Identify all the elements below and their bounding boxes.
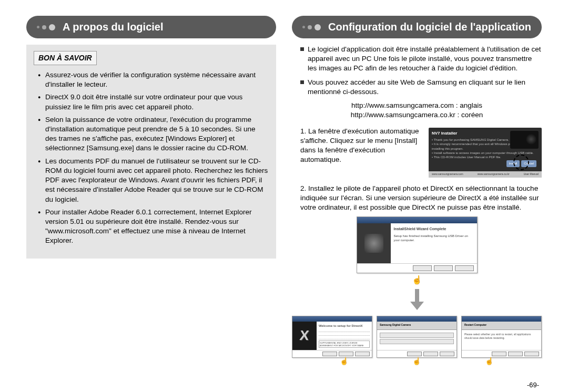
- radio-option[interactable]: [380, 333, 454, 338]
- heading-dots-icon: [37, 24, 55, 30]
- step-1-body: La fenêtre d'exécution automatique s'aff…: [300, 127, 419, 164]
- wizard-titlebar: [357, 217, 477, 223]
- camera-lens-icon: [526, 134, 536, 145]
- svg-rect-0: [415, 289, 419, 302]
- directx-license-box: SUPPLEMENTAL END USER LICENSE AGREEMENT …: [319, 341, 370, 348]
- cd-icon: [364, 234, 383, 253]
- pointer-hand-icon: ☝: [292, 274, 542, 286]
- svg-marker-1: [410, 302, 424, 310]
- restart-screenshot: Restart Computer Please select whether y…: [461, 316, 542, 358]
- right-body: Le logiciel d'application doit être inst…: [292, 45, 542, 366]
- step-1: 1. La fenêtre d'exécution automatique s'…: [292, 127, 542, 178]
- mini-back-button[interactable]: [492, 352, 506, 356]
- mini-button-row: [292, 350, 372, 357]
- wizard-trio: X Welcome to setup for DirectX SUPPLEMEN…: [292, 316, 542, 358]
- middle-wizard-screenshot: Samsung Digital Camera: [377, 316, 457, 358]
- pointer-hand-icon: ☝: [340, 357, 349, 366]
- right-heading: Configuration du logiciel de l'applicati…: [328, 21, 531, 33]
- info-item: Selon la puissance de votre ordinateur, …: [38, 115, 269, 153]
- infobox: BON À SAVOIR Assurez-vous de vérifier la…: [26, 45, 276, 259]
- mini-cancel-button[interactable]: [440, 352, 454, 356]
- infobox-title: BON À SAVOIR: [34, 51, 97, 65]
- directx-screenshot: X Welcome to setup for DirectX SUPPLEMEN…: [292, 316, 372, 358]
- mini-button-row: [462, 350, 541, 357]
- pointer-hand-icon: ☝: [412, 357, 421, 366]
- footer-link-kr: www.samsungcamera.co.kr: [478, 172, 510, 177]
- directx-side-graphic: X: [292, 322, 317, 350]
- left-heading-tab: A propos du logiciel: [26, 16, 276, 38]
- footer-manual: User Manual: [524, 172, 539, 177]
- step-1-number: 1.: [300, 127, 306, 135]
- wizard-body-text: Setup has finished installing Samsung US…: [394, 234, 474, 242]
- radio-option[interactable]: [380, 339, 454, 344]
- info-item: Pour installer Adobe Reader 6.0.1 correc…: [38, 208, 269, 246]
- mini-next-button[interactable]: [423, 352, 438, 356]
- directx-x-icon: X: [299, 326, 310, 345]
- page-number: -69-: [527, 381, 539, 389]
- mini-titlebar: [377, 316, 457, 322]
- url-en: http://www.samsungcamera.com : anglais: [292, 101, 542, 110]
- mini-cancel-button[interactable]: [355, 352, 370, 356]
- wizard-finish-button[interactable]: [434, 265, 453, 271]
- info-item: DirectX 9.0 doit être installé sur votre…: [38, 92, 269, 111]
- step-2: 2. Installez le pilote de l'appareil pho…: [292, 184, 542, 213]
- installer-screenshot: NV7 Installer • Thank you for purchasing…: [429, 128, 542, 178]
- mini-back-button[interactable]: [322, 352, 337, 356]
- installer-footer: www.samsungcamera.com www.samsungcamera.…: [429, 171, 542, 178]
- mini-next-button[interactable]: [339, 352, 353, 356]
- wizard-window: InstallShield Wizard Complete Setup has …: [357, 216, 478, 273]
- wizard-button-row: [357, 263, 477, 273]
- arrow-down-icon: [292, 289, 542, 313]
- left-column: A propos du logiciel BON À SAVOIR Assure…: [26, 16, 276, 387]
- footer-link-en: www.samsungcamera.com: [432, 172, 463, 177]
- middle-header: Samsung Digital Camera: [377, 322, 457, 330]
- mini-titlebar: [462, 316, 541, 322]
- directx-body-lines: [319, 329, 370, 339]
- directx-content: Welcome to setup for DirectX SUPPLEMENTA…: [317, 322, 372, 350]
- wizard-side-graphic: [357, 223, 391, 263]
- left-heading: A propos du logiciel: [63, 21, 163, 33]
- info-item: Les documents PDF du manuel de l'utilisa…: [38, 157, 269, 204]
- step-2-number: 2.: [300, 184, 306, 192]
- right-heading-tab: Configuration du logiciel de l'applicati…: [292, 16, 542, 38]
- url-kr: http://www.samsungcamera.co.kr : coréen: [292, 110, 542, 120]
- middle-body: [377, 330, 457, 350]
- mini-cancel-button[interactable]: [524, 352, 539, 356]
- restart-header: Restart Computer: [462, 322, 541, 330]
- info-item: Assurez-vous de vérifier la configuratio…: [38, 70, 269, 89]
- intro-item: Le logiciel d'application doit être inst…: [300, 45, 542, 74]
- restart-body: Please select whether you wish to restar…: [462, 330, 541, 350]
- intro-list: Le logiciel d'application doit être inst…: [292, 45, 542, 97]
- trio-pointer-hands: ☝ ☝ ☝: [292, 357, 542, 366]
- step-2-body: Installez le pilote de l'appareil photo …: [300, 184, 539, 211]
- mini-titlebar: [292, 316, 372, 322]
- urls: http://www.samsungcamera.com : anglais h…: [292, 101, 542, 120]
- intro-item: Vous pouvez accéder au site Web de Samsu…: [300, 78, 542, 97]
- wizard-back-button[interactable]: [413, 265, 432, 271]
- wizard-complete-screenshot: InstallShield Wizard Complete Setup has …: [292, 216, 542, 286]
- heading-dots-icon: [302, 24, 321, 30]
- pointer-hand-icon: ☝: [485, 357, 494, 366]
- mini-next-button[interactable]: [508, 352, 523, 356]
- mini-button-row: [377, 350, 457, 357]
- mini-back-button[interactable]: [407, 352, 422, 356]
- highlight-circle-icon: [513, 154, 529, 170]
- wizard-cancel-button[interactable]: [455, 265, 474, 271]
- manual-page: A propos du logiciel BON À SAVOIR Assure…: [26, 16, 542, 387]
- wizard-heading: InstallShield Wizard Complete: [394, 226, 474, 231]
- right-column: Configuration du logiciel de l'applicati…: [292, 16, 542, 387]
- infobox-list: Assurez-vous de vérifier la configuratio…: [34, 70, 269, 246]
- wizard-content: InstallShield Wizard Complete Setup has …: [391, 223, 477, 263]
- step-1-text: 1. La fenêtre d'exécution automatique s'…: [300, 127, 423, 178]
- directx-heading: Welcome to setup for DirectX: [319, 324, 370, 328]
